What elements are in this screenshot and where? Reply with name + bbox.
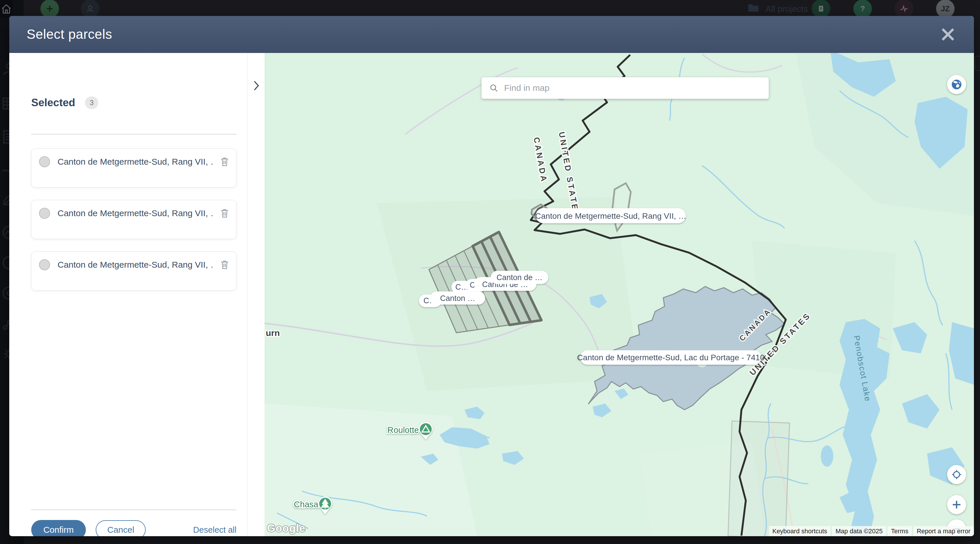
- select-parcels-dialog: Select parcels Selected 3 Canton de Metg…: [9, 16, 974, 536]
- trash-icon: [220, 208, 229, 219]
- close-button[interactable]: [940, 26, 956, 43]
- selected-heading: Selected: [31, 97, 75, 109]
- parcel-list-item[interactable]: Canton de Metgermette-Sud, Rang VII, …: [31, 200, 237, 239]
- parcel-radio[interactable]: [39, 259, 50, 270]
- google-logo: Google: [267, 522, 305, 534]
- collapse-panel-button[interactable]: [252, 80, 261, 92]
- close-icon: [940, 26, 956, 43]
- trash-icon: [220, 260, 229, 270]
- report-map-error-link[interactable]: Report a map error: [913, 526, 974, 536]
- roulotte-label: Roulotte: [387, 425, 419, 435]
- parcel-radio[interactable]: [39, 156, 50, 167]
- deselect-all-link[interactable]: Deselect all: [193, 525, 237, 535]
- parcel-list-item[interactable]: Canton de Metgermette-Sud, Rang VII, …: [31, 252, 237, 290]
- map-search-box[interactable]: [481, 77, 769, 99]
- divider: [31, 134, 237, 134]
- parcel-rang-pill: Canton de Metgermette-Sud, Rang VII, …: [535, 212, 686, 220]
- parcel-list-item[interactable]: Canton de Metgermette-Sud, Rang VII, …: [31, 148, 237, 188]
- screen: All projects ? JZ Select parcels Selecte…: [0, 0, 980, 544]
- parcel-lac-pill: Canton de Metgermette-Sud, Lac du Portag…: [577, 353, 764, 362]
- chevron-right-icon: [252, 80, 261, 92]
- delete-parcel-button[interactable]: [220, 260, 229, 270]
- my-location-button[interactable]: [947, 465, 966, 484]
- pill-label: Canton …: [440, 294, 475, 303]
- panel-collapse-gutter: [248, 53, 264, 536]
- selected-parcels-panel: Selected 3 Canton de Metgermette-Sud, Ra…: [9, 53, 247, 536]
- divider: [31, 510, 237, 510]
- parcel-label: Canton de Metgermette-Sud, Rang VII, …: [57, 208, 213, 218]
- plus-icon: [951, 499, 963, 510]
- dialog-title: Select parcels: [27, 26, 112, 42]
- keyboard-shortcuts-link[interactable]: Keyboard shortcuts: [769, 526, 831, 536]
- dialog-header: Select parcels: [9, 16, 974, 53]
- delete-parcel-button[interactable]: [220, 156, 229, 167]
- crosshair-icon: [951, 469, 962, 480]
- cancel-button[interactable]: Cancel: [96, 520, 146, 536]
- parcel-radio[interactable]: [39, 208, 50, 219]
- search-input[interactable]: [504, 83, 761, 93]
- map-data-label: Map data ©2025: [832, 526, 886, 536]
- terms-link[interactable]: Terms: [888, 526, 912, 536]
- confirm-button[interactable]: Confirm: [31, 520, 86, 536]
- faint-parcel-outline: [728, 421, 789, 536]
- partial-town-label: urn: [266, 328, 280, 338]
- selected-count-badge: 3: [85, 96, 98, 109]
- pill-label: Canton de …: [496, 273, 542, 282]
- zoom-in-button[interactable]: [947, 495, 966, 514]
- map-graphics: CANADA UNITED STATES CANADA UNITED STATE…: [264, 53, 974, 536]
- trash-icon: [220, 156, 229, 167]
- map-canvas[interactable]: CANADA UNITED STATES CANADA UNITED STATE…: [264, 53, 974, 536]
- search-icon: [489, 83, 498, 93]
- parcel-label: Canton de Metgermette-Sud, Rang VII, …: [57, 260, 213, 270]
- chasa-label: Chasa: [294, 500, 318, 509]
- map-attribution: Keyboard shortcuts Map data ©2025 Terms …: [769, 526, 974, 536]
- globe-layer-button[interactable]: [947, 75, 966, 94]
- parcel-label: Canton de Metgermette-Sud, Rang VII, …: [57, 157, 213, 167]
- globe-icon: [951, 79, 963, 90]
- delete-parcel-button[interactable]: [220, 208, 229, 219]
